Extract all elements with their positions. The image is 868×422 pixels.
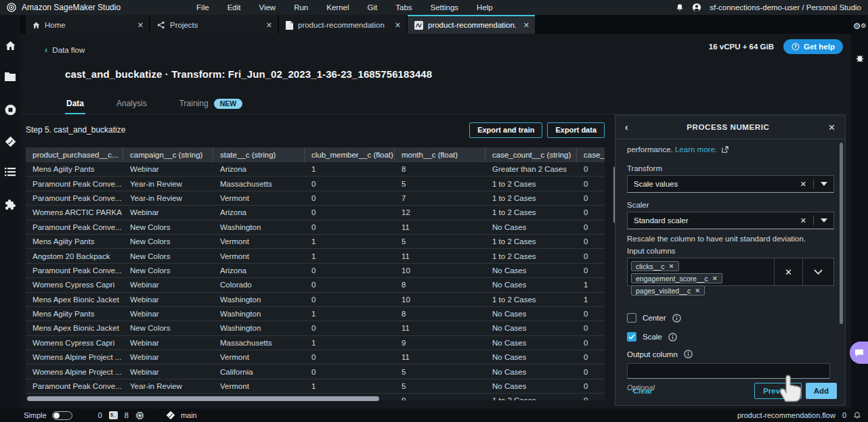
table-cell: Mens Agiity Pants bbox=[26, 235, 123, 248]
tab-data[interactable]: Data bbox=[65, 95, 85, 114]
export-data-button[interactable]: Export data bbox=[547, 122, 605, 138]
column-header: case_count__c (string) bbox=[485, 147, 577, 162]
chip-clicks-c[interactable]: clicks__c ✕ bbox=[631, 261, 679, 271]
panel-scrollbar[interactable] bbox=[840, 143, 843, 324]
dropdown-caret-icon[interactable] bbox=[821, 182, 827, 186]
get-help-button[interactable]: ? Get help bbox=[783, 39, 843, 54]
extensions-puzzle-icon[interactable] bbox=[5, 200, 16, 211]
scaler-select[interactable]: Standard scaler ✕ bbox=[627, 212, 834, 229]
file-browser-icon[interactable] bbox=[5, 72, 16, 84]
debugger-bug-icon[interactable] bbox=[855, 53, 865, 63]
table-cell: New Colors bbox=[123, 220, 213, 234]
flow-tab-bar: Data Analysis Training NEW bbox=[20, 95, 851, 114]
panel-intro-text: performance. bbox=[627, 145, 673, 154]
menu-file[interactable]: File bbox=[196, 3, 209, 11]
git-sidebar-icon[interactable] bbox=[5, 136, 16, 147]
scale-info-icon[interactable] bbox=[668, 333, 677, 342]
chip-engagement-score-c[interactable]: engagement_score__c ✕ bbox=[631, 273, 722, 283]
select-divider bbox=[813, 179, 814, 189]
close-tab-icon[interactable]: ✕ bbox=[523, 21, 529, 30]
notification-bell-icon[interactable] bbox=[676, 3, 684, 12]
table-cell: 0 bbox=[577, 206, 605, 219]
clear-link[interactable]: Clear bbox=[633, 387, 653, 395]
feedback-chat-bubble[interactable] bbox=[850, 342, 868, 364]
table-cell: 1 bbox=[305, 249, 395, 262]
git-branch-icon[interactable] bbox=[166, 411, 175, 420]
tab-product-recommendation[interactable]: product-recommendation ✕ bbox=[279, 15, 406, 34]
menu-kernel[interactable]: Kernel bbox=[326, 3, 349, 11]
tab-analysis[interactable]: Analysis bbox=[115, 95, 148, 114]
remove-chip-icon[interactable]: ✕ bbox=[669, 262, 674, 270]
git-branch-name[interactable]: main bbox=[181, 411, 197, 419]
tab-training[interactable]: Training NEW bbox=[178, 95, 244, 114]
tab-home[interactable]: Home ✕ bbox=[26, 15, 149, 34]
chip-label: clicks__c bbox=[636, 262, 665, 271]
table-row: Paramount Peak Conve...Year-in ReviewVer… bbox=[26, 191, 605, 206]
table-cell: New Colors bbox=[123, 249, 213, 262]
table-cell: Vermont bbox=[213, 350, 305, 364]
output-column-info-icon[interactable] bbox=[684, 350, 693, 358]
breadcrumb-data-flow[interactable]: ‹ Data flow bbox=[45, 45, 85, 55]
table-row: Womens Alpine Project ...WebinarVermont0… bbox=[26, 350, 605, 365]
table-cell: Womens ARCTIC PARKA bbox=[26, 206, 123, 219]
table-cell: 0 bbox=[305, 206, 395, 219]
table-cell: 1 bbox=[577, 278, 605, 291]
table-row: Mens Agiity PantsNew ColorsVermont151 to… bbox=[26, 235, 605, 249]
menu-view[interactable]: View bbox=[259, 3, 276, 11]
clear-selection-icon[interactable]: ✕ bbox=[800, 216, 806, 225]
status-bell-icon[interactable] bbox=[853, 411, 861, 420]
panel-close-icon[interactable]: ✕ bbox=[828, 122, 836, 133]
tab-training-label: Training bbox=[179, 99, 209, 108]
menu-git[interactable]: Git bbox=[368, 3, 378, 11]
close-tab-icon[interactable]: ✕ bbox=[266, 21, 272, 30]
scale-checkbox[interactable] bbox=[627, 332, 636, 342]
table-row: Womens Alpine Project ...WebinarCaliforn… bbox=[26, 365, 605, 379]
center-info-icon[interactable] bbox=[672, 314, 681, 323]
svg-text:?: ? bbox=[794, 44, 797, 49]
property-inspector-gears-icon[interactable]: ⚙⚙ bbox=[853, 22, 867, 30]
expand-columns-chevron-icon[interactable] bbox=[802, 258, 833, 285]
add-button[interactable]: Add bbox=[806, 383, 837, 399]
remove-chip-icon[interactable]: ✕ bbox=[712, 275, 718, 282]
menu-tabs[interactable]: Tabs bbox=[395, 3, 412, 11]
remove-chip-icon[interactable]: ✕ bbox=[695, 287, 700, 294]
preview-button[interactable]: Preview bbox=[754, 383, 801, 399]
close-tab-icon[interactable]: ✕ bbox=[137, 21, 144, 30]
terminal-icon[interactable]: S_ bbox=[109, 411, 118, 419]
user-name[interactable]: sf-connections-demo-user / Personal Stud… bbox=[710, 3, 861, 11]
step-label: Step 5. cast_and_buckatize bbox=[26, 125, 125, 135]
menu-edit[interactable]: Edit bbox=[227, 3, 241, 11]
tab-projects[interactable]: Projects ✕ bbox=[150, 15, 278, 34]
table-of-contents-icon[interactable] bbox=[5, 168, 16, 179]
clear-all-columns-icon[interactable]: ✕ bbox=[774, 258, 802, 285]
table-cell: 10 bbox=[395, 264, 485, 277]
kernel-chip-icon[interactable] bbox=[135, 411, 144, 420]
transform-select[interactable]: Scale values ✕ bbox=[627, 175, 834, 193]
clear-selection-icon[interactable]: ✕ bbox=[800, 180, 806, 189]
menu-settings[interactable]: Settings bbox=[431, 3, 459, 11]
learn-more-link[interactable]: Learn more. bbox=[675, 145, 717, 154]
center-label: Center bbox=[643, 314, 666, 322]
dropdown-caret-icon[interactable] bbox=[821, 218, 827, 222]
table-cell: Paramount Peak Conve... bbox=[26, 379, 123, 393]
table-horizontal-scrollbar[interactable] bbox=[27, 396, 379, 401]
table-cell: 7 bbox=[395, 191, 485, 205]
table-row: Womens Cypress CapriWebinarMassachusetts… bbox=[26, 336, 605, 350]
simple-mode-toggle[interactable] bbox=[52, 411, 72, 420]
menu-run[interactable]: Run bbox=[294, 3, 308, 11]
table-cell: 0 bbox=[577, 191, 605, 205]
export-and-train-button[interactable]: Export and train bbox=[469, 122, 542, 138]
running-instances-icon[interactable] bbox=[5, 104, 16, 116]
table-cell: 1 to 2 Cases bbox=[485, 293, 577, 306]
home-sidebar-icon[interactable] bbox=[5, 41, 16, 52]
menu-help[interactable]: Help bbox=[477, 3, 493, 11]
selected-chips: clicks__c ✕ engagement_score__c ✕ pages_… bbox=[628, 258, 774, 285]
table-cell: No Cases bbox=[485, 336, 577, 350]
close-tab-icon[interactable]: ✕ bbox=[395, 21, 401, 30]
table-cell: No Cases bbox=[485, 307, 577, 321]
tab-product-recommendation-flow[interactable]: product-recommendation.flow ✕ bbox=[408, 15, 535, 34]
chip-pages-visited-c[interactable]: pages_visited__c ✕ bbox=[631, 285, 705, 296]
user-avatar-icon[interactable] bbox=[692, 3, 701, 12]
center-checkbox[interactable] bbox=[627, 313, 636, 323]
input-columns-multiselect[interactable]: clicks__c ✕ engagement_score__c ✕ pages_… bbox=[627, 258, 834, 286]
